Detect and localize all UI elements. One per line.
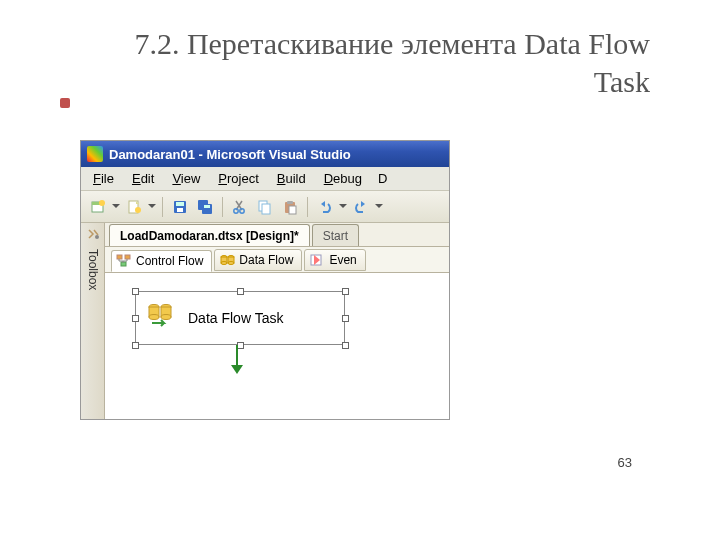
svg-rect-10 bbox=[204, 205, 210, 208]
menu-build[interactable]: Build bbox=[269, 169, 314, 188]
paste-button[interactable] bbox=[279, 196, 301, 218]
toolbar-separator bbox=[162, 197, 163, 217]
toolbar bbox=[81, 191, 449, 223]
new-dropdown[interactable] bbox=[112, 196, 120, 218]
svg-point-12 bbox=[240, 208, 244, 212]
redo-dropdown[interactable] bbox=[375, 196, 383, 218]
resize-handle-sw[interactable] bbox=[132, 342, 139, 349]
svg-point-11 bbox=[234, 208, 238, 212]
resize-handle-ne[interactable] bbox=[342, 288, 349, 295]
svg-rect-16 bbox=[287, 201, 293, 204]
svg-rect-19 bbox=[117, 255, 122, 259]
svg-rect-14 bbox=[262, 204, 270, 214]
resize-handle-nw[interactable] bbox=[132, 288, 139, 295]
svg-point-31 bbox=[149, 314, 159, 319]
data-flow-task-label: Data Flow Task bbox=[188, 310, 283, 326]
menu-edit[interactable]: Edit bbox=[124, 169, 162, 188]
event-icon bbox=[309, 252, 325, 268]
resize-handle-e[interactable] bbox=[342, 315, 349, 322]
page-number: 63 bbox=[618, 455, 632, 470]
titlebar-text: Damodaran01 - Microsoft Visual Studio bbox=[109, 147, 351, 162]
svg-point-2 bbox=[99, 200, 105, 206]
vs-logo-icon bbox=[87, 146, 103, 162]
toolbox-panel[interactable]: Toolbox bbox=[81, 223, 105, 419]
design-canvas[interactable]: Data Flow Task bbox=[105, 273, 449, 419]
svg-point-24 bbox=[221, 261, 227, 264]
toolbar-separator-3 bbox=[307, 197, 308, 217]
toolbar-separator-2 bbox=[222, 197, 223, 217]
data-flow-task-icon bbox=[146, 302, 174, 335]
menu-truncated[interactable]: D bbox=[372, 169, 387, 188]
tab-control-flow[interactable]: Control Flow bbox=[111, 250, 212, 272]
slide-bullet bbox=[60, 98, 70, 108]
svg-point-34 bbox=[161, 314, 171, 319]
menu-debug[interactable]: Debug bbox=[316, 169, 370, 188]
resize-handle-n[interactable] bbox=[237, 288, 244, 295]
titlebar[interactable]: Damodaran01 - Microsoft Visual Studio bbox=[81, 141, 449, 167]
cut-button[interactable] bbox=[229, 196, 251, 218]
undo-button[interactable] bbox=[314, 196, 336, 218]
doc-tab-active[interactable]: LoadDamodaran.dtsx [Design]* bbox=[109, 224, 310, 246]
data-flow-icon bbox=[219, 252, 235, 268]
new-project-button[interactable] bbox=[87, 196, 109, 218]
menu-file[interactable]: File bbox=[85, 169, 122, 188]
tab-data-flow[interactable]: Data Flow bbox=[214, 249, 302, 271]
menu-view[interactable]: View bbox=[164, 169, 208, 188]
tab-event-label: Even bbox=[329, 253, 356, 267]
visual-studio-window: Damodaran01 - Microsoft Visual Studio Fi… bbox=[80, 140, 450, 420]
control-flow-icon bbox=[116, 253, 132, 269]
toolbox-icon bbox=[85, 227, 101, 243]
menubar: File Edit View Project Build Debug D bbox=[81, 167, 449, 191]
resize-handle-s[interactable] bbox=[237, 342, 244, 349]
doc-tab-start[interactable]: Start bbox=[312, 224, 359, 246]
designer-tabs: Control Flow Data Flow Even bbox=[105, 247, 449, 273]
document-tabs: LoadDamodaran.dtsx [Design]* Start bbox=[105, 223, 449, 247]
save-button[interactable] bbox=[169, 196, 191, 218]
tab-data-flow-label: Data Flow bbox=[239, 253, 293, 267]
svg-point-4 bbox=[135, 207, 141, 213]
svg-rect-6 bbox=[176, 202, 184, 206]
add-item-button[interactable] bbox=[123, 196, 145, 218]
tab-event-handlers[interactable]: Even bbox=[304, 249, 365, 271]
copy-button[interactable] bbox=[254, 196, 276, 218]
output-connector-arrow[interactable] bbox=[231, 365, 243, 380]
menu-project[interactable]: Project bbox=[210, 169, 266, 188]
undo-dropdown[interactable] bbox=[339, 196, 347, 218]
add-dropdown[interactable] bbox=[148, 196, 156, 218]
slide-title: 7.2. Перетаскивание элемента Data Flow T… bbox=[0, 0, 720, 115]
svg-point-18 bbox=[95, 235, 99, 239]
resize-handle-se[interactable] bbox=[342, 342, 349, 349]
resize-handle-w[interactable] bbox=[132, 315, 139, 322]
output-connector-line[interactable] bbox=[236, 345, 238, 367]
svg-rect-17 bbox=[289, 206, 296, 214]
save-all-button[interactable] bbox=[194, 196, 216, 218]
svg-rect-7 bbox=[177, 208, 183, 212]
svg-rect-20 bbox=[125, 255, 130, 259]
redo-button[interactable] bbox=[350, 196, 372, 218]
tab-control-flow-label: Control Flow bbox=[136, 254, 203, 268]
svg-point-27 bbox=[228, 261, 234, 264]
toolbox-label: Toolbox bbox=[86, 249, 100, 290]
data-flow-task-node[interactable]: Data Flow Task bbox=[135, 291, 345, 345]
